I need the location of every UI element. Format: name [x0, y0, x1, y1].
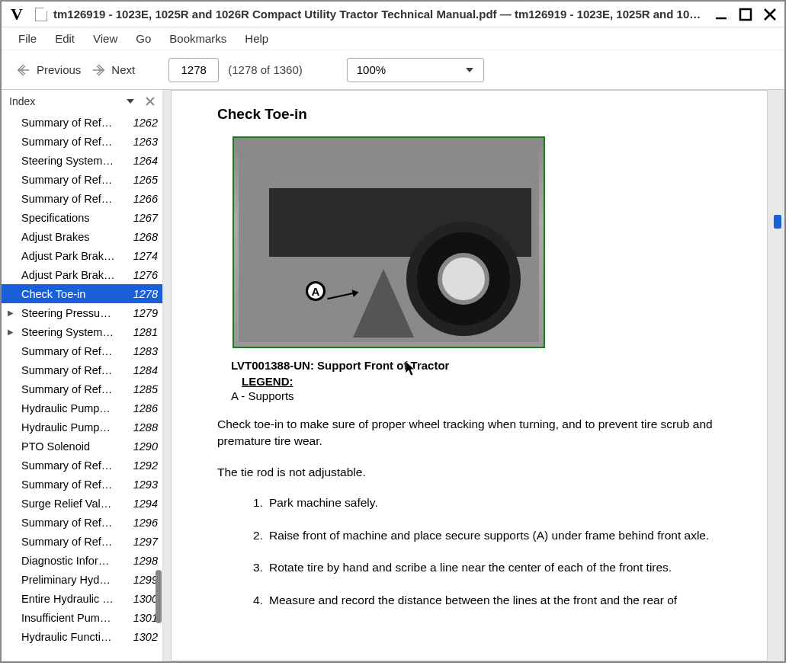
index-item-label: Surge Relief Val…: [21, 498, 127, 510]
index-list[interactable]: Summary of Ref…1262Summary of Ref…1263St…: [2, 113, 162, 661]
menu-edit[interactable]: Edit: [46, 29, 84, 48]
maximize-button[interactable]: [734, 5, 757, 24]
step-number: 2.: [248, 527, 269, 544]
index-item-label: Adjust Brakes: [21, 231, 127, 243]
index-item-label: Hydraulic Pump…: [21, 402, 127, 414]
index-item[interactable]: Summary of Ref…1292: [2, 456, 162, 475]
index-item[interactable]: Preliminary Hyd…1299: [2, 570, 162, 589]
index-item[interactable]: Hydraulic Pump…1286: [2, 398, 162, 418]
index-item-label: Adjust Park Brak…: [21, 269, 127, 281]
figure-caption: LVT001388-UN: Support Front of Tractor: [231, 359, 721, 372]
index-item-label: Summary of Ref…: [21, 517, 127, 529]
sidebar-header: Index: [2, 90, 162, 113]
paragraph: Check toe-in to make sure of proper whee…: [217, 416, 721, 450]
paragraph: The tie rod is not adjustable.: [217, 464, 721, 481]
step-text: Raise front of machine and place secure …: [269, 527, 709, 544]
index-item[interactable]: ▶Steering System…1281: [2, 322, 162, 341]
step-text: Rotate tire by hand and scribe a line ne…: [269, 559, 672, 576]
minimize-button[interactable]: [710, 5, 733, 24]
chevron-down-icon[interactable]: [126, 97, 135, 106]
index-item[interactable]: Summary of Ref…1262: [2, 113, 162, 132]
index-item[interactable]: Adjust Park Brak…1274: [2, 246, 162, 265]
index-item-label: Summary of Ref…: [21, 193, 127, 205]
index-item[interactable]: Summary of Ref…1263: [2, 132, 162, 151]
zoom-select[interactable]: 100%: [347, 58, 484, 82]
index-item-label: Summary of Ref…: [21, 383, 127, 395]
index-item[interactable]: Adjust Brakes1268: [2, 227, 162, 246]
index-item[interactable]: Summary of Ref…1266: [2, 189, 162, 208]
menu-bookmarks[interactable]: Bookmarks: [160, 29, 236, 48]
index-item-label: Steering System…: [21, 155, 127, 167]
document-icon: [35, 8, 47, 21]
index-item[interactable]: Summary of Ref…1283: [2, 341, 162, 360]
figure-image: A: [239, 142, 539, 342]
main-scrollbar-thumb[interactable]: [774, 215, 781, 229]
figure-label-a: A: [306, 281, 326, 301]
chevron-down-icon: [465, 66, 474, 75]
next-label: Next: [111, 63, 135, 76]
toolbar: Previous Next (1278 of 1360) 100%: [2, 50, 784, 90]
index-item[interactable]: Entire Hydraulic …1300: [2, 589, 162, 608]
page-input[interactable]: [168, 58, 219, 82]
index-item[interactable]: Summary of Ref…1284: [2, 360, 162, 379]
close-panel-icon[interactable]: [146, 97, 155, 106]
index-item-label: PTO Solenoid: [21, 440, 127, 453]
page: Check Toe-in A LVT001388-UN: Support Fro…: [171, 90, 768, 661]
menubar: File Edit View Go Bookmarks Help: [2, 27, 784, 50]
svg-rect-1: [740, 9, 751, 20]
previous-label: Previous: [37, 63, 81, 76]
sidebar-scrollbar-thumb[interactable]: [156, 570, 162, 623]
main-scrollbar[interactable]: [772, 91, 783, 660]
index-item[interactable]: PTO Solenoid1290: [2, 437, 162, 456]
step-number: 4.: [248, 592, 269, 609]
sidebar: Index Summary of Ref…1262Summary of Ref……: [2, 90, 163, 661]
menu-file[interactable]: File: [9, 29, 46, 48]
index-item[interactable]: Diagnostic Infor…1298: [2, 551, 162, 570]
step-item: 2.Raise front of machine and place secur…: [248, 527, 721, 544]
index-item-label: Preliminary Hyd…: [21, 574, 127, 586]
index-item-label: Check Toe-in: [21, 288, 127, 300]
index-item[interactable]: Insufficient Pum…1301: [2, 608, 162, 627]
menu-go[interactable]: Go: [127, 29, 160, 48]
previous-button[interactable]: Previous: [15, 62, 81, 78]
index-item[interactable]: Hydraulic Pump…1288: [2, 418, 162, 437]
document-view[interactable]: Check Toe-in A LVT001388-UN: Support Fro…: [163, 90, 784, 661]
index-item-label: Insufficient Pum…: [21, 612, 127, 624]
menu-view[interactable]: View: [84, 29, 127, 48]
close-button[interactable]: [759, 5, 781, 24]
index-item[interactable]: Surge Relief Val…1294: [2, 494, 162, 513]
index-item[interactable]: Summary of Ref…1297: [2, 532, 162, 551]
index-item-label: Summary of Ref…: [21, 478, 127, 491]
index-item-label: Steering Pressu…: [21, 307, 127, 319]
window-title: tm126919 - 1023E, 1025R and 1026R Compac…: [53, 8, 707, 21]
index-item[interactable]: Check Toe-in1278: [2, 284, 162, 303]
index-item[interactable]: ▶Steering Pressu…1279: [2, 303, 162, 322]
index-item-label: Specifications: [21, 212, 127, 224]
sidebar-title: Index: [9, 95, 35, 107]
disclosure-triangle-icon[interactable]: ▶: [6, 328, 15, 336]
step-item: 1.Park machine safely.: [248, 494, 721, 511]
next-button[interactable]: Next: [90, 62, 135, 78]
app-window: V tm126919 - 1023E, 1025R and 1026R Comp…: [0, 0, 786, 663]
index-item[interactable]: Steering System…1264: [2, 151, 162, 170]
index-item[interactable]: Summary of Ref…1293: [2, 475, 162, 494]
previous-icon: [15, 62, 32, 78]
index-item[interactable]: Specifications1267: [2, 208, 162, 227]
index-item[interactable]: Summary of Ref…1265: [2, 170, 162, 189]
sidebar-scrollbar[interactable]: [155, 113, 162, 661]
index-item-label: Entire Hydraulic …: [21, 593, 127, 605]
menu-help[interactable]: Help: [236, 29, 277, 48]
zoom-value: 100%: [357, 63, 386, 76]
index-item[interactable]: Adjust Park Brak…1276: [2, 265, 162, 284]
index-item-label: Summary of Ref…: [21, 345, 127, 357]
index-item-label: Diagnostic Infor…: [21, 555, 127, 567]
index-item-label: Summary of Ref…: [21, 136, 127, 148]
index-item-label: Summary of Ref…: [21, 364, 127, 376]
page-heading: Check Toe-in: [217, 106, 721, 123]
index-item[interactable]: Hydraulic Functi…1302: [2, 627, 162, 646]
index-item[interactable]: Summary of Ref…1285: [2, 379, 162, 398]
disclosure-triangle-icon[interactable]: ▶: [6, 309, 15, 317]
step-number: 1.: [248, 494, 269, 511]
next-icon: [90, 62, 107, 78]
index-item[interactable]: Summary of Ref…1296: [2, 513, 162, 532]
